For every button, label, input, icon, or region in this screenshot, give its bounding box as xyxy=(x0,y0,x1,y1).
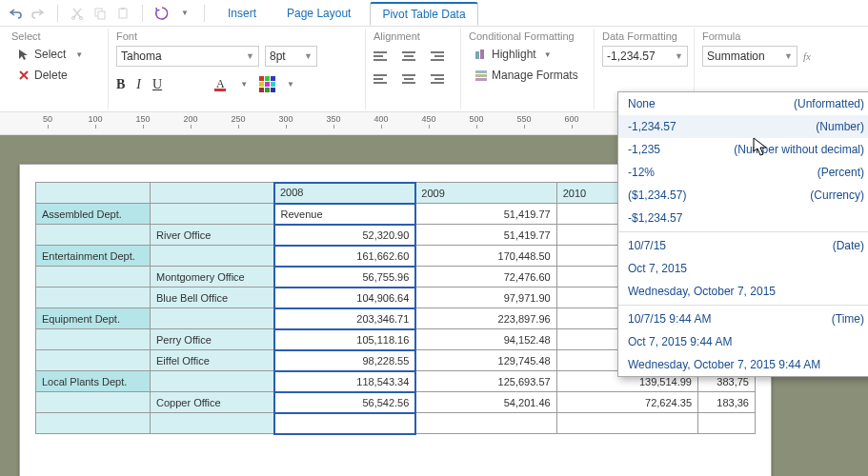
chevron-down-icon[interactable]: ▼ xyxy=(177,6,192,21)
data-cell[interactable]: 52,320.90 xyxy=(274,225,415,246)
font-color-button[interactable]: A xyxy=(213,77,229,92)
redo-icon[interactable] xyxy=(30,6,46,21)
data-cell[interactable]: 51,419.77 xyxy=(415,225,556,246)
underline-button[interactable]: U xyxy=(152,77,162,92)
data-cell[interactable]: 98,228.55 xyxy=(274,350,415,371)
select-button[interactable]: Select ▼ xyxy=(11,46,100,63)
row-header-1[interactable]: Entertainment Dept. xyxy=(36,246,151,267)
data-cell[interactable]: 56,542.56 xyxy=(274,392,415,413)
tab-pivot-table-data[interactable]: Pivot Table Data xyxy=(370,2,477,26)
dropdown-item[interactable]: Wednesday, October 7, 2015 xyxy=(618,280,868,303)
row-header-2[interactable] xyxy=(151,246,274,267)
row-header-2[interactable] xyxy=(151,308,274,329)
font-family-value: Tahoma xyxy=(121,50,162,63)
row-header-1[interactable] xyxy=(36,225,151,246)
formula-combo[interactable]: Summation▼ xyxy=(702,46,797,67)
data-cell[interactable] xyxy=(415,413,556,434)
align-top-left-icon[interactable] xyxy=(373,50,391,63)
delete-button[interactable]: Delete xyxy=(11,67,100,84)
dropdown-item[interactable]: 10/7/15(Date) xyxy=(618,234,868,257)
row-header-1[interactable] xyxy=(36,288,151,308)
dropdown-item[interactable]: -1,235(Number without decimal) xyxy=(618,138,868,161)
tab-insert[interactable]: Insert xyxy=(216,3,268,24)
dropdown-item[interactable]: None(Unformatted) xyxy=(618,92,868,115)
font-family-combo[interactable]: Tahoma▼ xyxy=(116,46,259,67)
copy-icon[interactable] xyxy=(92,6,108,21)
data-format-combo[interactable]: -1,234.57▼ xyxy=(602,46,688,67)
table-row xyxy=(36,413,756,434)
data-cell[interactable]: 118,543.34 xyxy=(274,371,415,392)
data-cell[interactable]: 170,448.50 xyxy=(415,246,556,267)
undo-icon[interactable] xyxy=(8,6,23,21)
data-cell[interactable] xyxy=(151,413,274,434)
dropdown-item[interactable]: ($1,234.57)(Currency) xyxy=(618,184,868,207)
row-header-2[interactable]: Copper Office xyxy=(151,392,274,413)
corner-cell[interactable] xyxy=(151,183,274,204)
data-cell[interactable]: 54,201.46 xyxy=(415,392,556,413)
data-cell[interactable]: 183,36 xyxy=(698,392,756,413)
row-header-2[interactable]: Montgomery Office xyxy=(151,267,274,288)
dropdown-item[interactable]: -12%(Percent) xyxy=(618,161,868,184)
row-header-1[interactable]: Equipment Dept. xyxy=(36,308,151,329)
row-header-1[interactable] xyxy=(36,329,151,350)
font-size-combo[interactable]: 8pt▼ xyxy=(265,46,317,67)
dropdown-item[interactable]: Oct 7, 2015 9:44 AM xyxy=(618,330,868,353)
dropdown-item[interactable]: Oct 7, 2015 xyxy=(618,257,868,280)
data-cell[interactable]: 203,346.71 xyxy=(274,308,415,329)
data-cell[interactable]: 97,971.90 xyxy=(415,288,556,308)
color-palette-icon[interactable] xyxy=(259,76,275,92)
data-format-dropdown[interactable]: None(Unformatted)-1,234.57(Number)-1,235… xyxy=(617,91,868,377)
highlight-button[interactable]: Highlight ▼ xyxy=(469,46,586,63)
data-cell[interactable] xyxy=(274,413,415,434)
tab-page-layout[interactable]: Page Layout xyxy=(275,3,362,24)
data-cell[interactable]: 56,755.96 xyxy=(274,267,415,288)
dropdown-item[interactable]: -1,234.57(Number) xyxy=(618,115,868,138)
dropdown-item[interactable]: 10/7/15 9:44 AM(Time) xyxy=(618,307,868,330)
data-cell[interactable] xyxy=(698,413,756,434)
chevron-down-icon[interactable]: ▼ xyxy=(240,80,248,89)
row-header-2[interactable]: Eiffel Office xyxy=(151,350,274,371)
dropdown-item[interactable]: Wednesday, October 7, 2015 9:44 AM xyxy=(618,353,868,376)
data-cell[interactable]: 223,897.96 xyxy=(415,308,556,329)
row-header-1[interactable]: Local Plants Dept. xyxy=(36,371,151,392)
fx-icon[interactable]: fx xyxy=(803,50,811,62)
data-cell[interactable]: 72,624.35 xyxy=(556,392,697,413)
data-cell[interactable]: 105,118.16 xyxy=(274,329,415,350)
bold-button[interactable]: B xyxy=(116,77,125,92)
cut-icon[interactable] xyxy=(70,6,85,21)
dropdown-item-hint: (Number) xyxy=(816,120,864,133)
column-header[interactable]: 2009 xyxy=(415,183,556,204)
data-cell[interactable]: 129,745.48 xyxy=(415,350,556,371)
data-cell[interactable]: 161,662.60 xyxy=(274,246,415,267)
row-header-2[interactable] xyxy=(151,204,274,225)
align-right-icon[interactable] xyxy=(427,72,444,86)
align-left-icon[interactable] xyxy=(373,72,391,86)
data-cell[interactable] xyxy=(36,413,151,434)
row-header-1[interactable]: Assembled Dept. xyxy=(36,204,151,225)
align-top-right-icon[interactable] xyxy=(427,50,444,63)
dropdown-item[interactable]: -$1,234.57 xyxy=(618,207,868,229)
chevron-down-icon[interactable]: ▼ xyxy=(287,80,294,89)
data-cell[interactable]: 51,419.77 xyxy=(415,204,556,225)
row-header-2[interactable] xyxy=(151,371,274,392)
row-header-2[interactable]: Perry Office xyxy=(151,329,274,350)
data-cell[interactable] xyxy=(556,413,697,434)
data-cell[interactable]: Revenue xyxy=(274,204,415,225)
row-header-1[interactable] xyxy=(36,350,151,371)
align-center-icon[interactable] xyxy=(400,72,417,86)
corner-cell[interactable] xyxy=(36,183,151,204)
paste-icon[interactable] xyxy=(115,6,131,21)
data-cell[interactable]: 94,152.48 xyxy=(415,329,556,350)
data-cell[interactable]: 72,476.60 xyxy=(415,267,556,288)
data-cell[interactable]: 104,906.64 xyxy=(274,288,415,308)
column-header[interactable]: 2008 xyxy=(274,183,415,204)
row-header-1[interactable] xyxy=(36,267,151,288)
align-top-center-icon[interactable] xyxy=(400,50,417,63)
refresh-icon[interactable] xyxy=(154,6,170,21)
row-header-2[interactable]: Blue Bell Office xyxy=(151,288,274,308)
italic-button[interactable]: I xyxy=(136,77,141,92)
manage-formats-button[interactable]: Manage Formats xyxy=(469,67,586,84)
row-header-2[interactable]: River Office xyxy=(151,225,274,246)
row-header-1[interactable] xyxy=(36,392,151,413)
data-cell[interactable]: 125,693.57 xyxy=(415,371,556,392)
